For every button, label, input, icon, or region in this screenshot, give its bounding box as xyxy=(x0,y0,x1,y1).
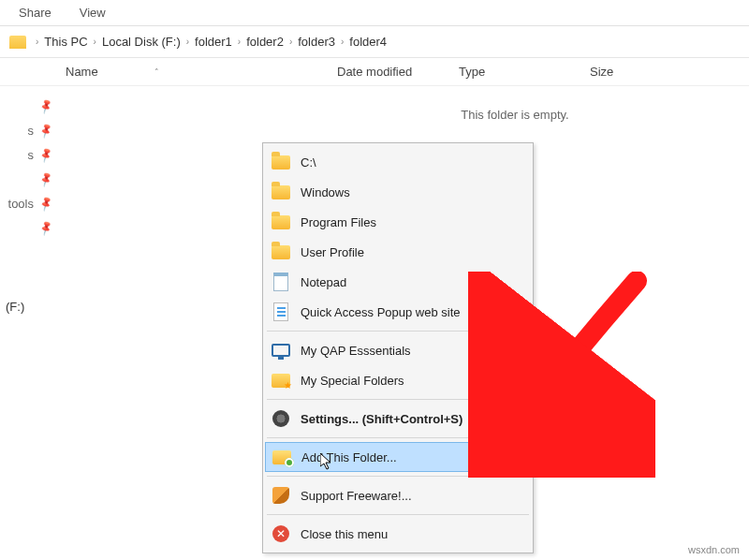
menu-separator xyxy=(267,399,529,400)
watermark: wsxdn.com xyxy=(684,543,743,556)
menu-support-freeware[interactable]: Support Freeware!... xyxy=(265,480,531,510)
pin-icon: 📌 xyxy=(37,195,55,212)
ribbon-share[interactable]: Share xyxy=(19,6,51,20)
chevron-right-icon[interactable]: › xyxy=(289,37,292,47)
chevron-right-icon[interactable]: › xyxy=(238,37,241,47)
quick-access-nav: 📌 s📌 s📌 📌 tools📌 📌 (F:) xyxy=(0,94,62,316)
breadcrumb-folder3[interactable]: folder3 xyxy=(298,35,335,49)
menu-user-profile[interactable]: User Profile xyxy=(265,237,531,267)
menu-add-this-folder[interactable]: Add This Folder... xyxy=(265,442,531,472)
menu-special-folders[interactable]: My Special Folders ▶ xyxy=(265,365,531,395)
menu-c-drive[interactable]: C:\ xyxy=(265,147,531,177)
pin-icon: 📌 xyxy=(37,170,55,187)
pin-icon: 📌 xyxy=(37,146,55,163)
breadcrumb-folder2[interactable]: folder2 xyxy=(246,35,284,49)
menu-program-files[interactable]: Program Files xyxy=(265,207,531,237)
empty-folder-label: This folder is empty. xyxy=(0,108,749,122)
menu-separator xyxy=(267,437,529,438)
folder-icon xyxy=(271,243,291,261)
menu-separator xyxy=(267,514,529,515)
chevron-right-icon[interactable]: › xyxy=(94,37,96,47)
breadcrumb-folder1[interactable]: folder1 xyxy=(195,35,232,49)
sort-caret-icon: ˄ xyxy=(154,67,159,77)
ribbon-view[interactable]: View xyxy=(80,6,106,20)
menu-qap-site[interactable]: Quick Access Popup web site xyxy=(265,297,531,327)
col-date[interactable]: Date modified xyxy=(337,65,459,79)
monitor-icon xyxy=(271,341,291,360)
gear-icon xyxy=(271,409,291,428)
chevron-right-icon: ▶ xyxy=(516,346,523,356)
ribbon-tabs: Share View xyxy=(0,0,749,26)
brush-icon xyxy=(271,486,291,505)
context-menu: C:\ Windows Program Files User Profile N… xyxy=(262,142,534,553)
folder-add-icon xyxy=(272,448,292,466)
chevron-right-icon: ▶ xyxy=(516,376,523,386)
nav-drive[interactable]: (F:) xyxy=(0,296,62,316)
breadcrumb-folder4[interactable]: folder4 xyxy=(349,35,387,49)
breadcrumb-this-pc[interactable]: This PC xyxy=(44,35,87,49)
pinned-item[interactable]: 📌 xyxy=(0,167,62,191)
menu-windows[interactable]: Windows xyxy=(265,177,531,207)
folder-icon xyxy=(271,153,291,171)
chevron-right-icon[interactable]: › xyxy=(341,37,344,47)
close-icon: ✕ xyxy=(271,524,291,543)
pinned-item[interactable]: 📌 xyxy=(0,215,62,240)
menu-close[interactable]: ✕ Close this menu xyxy=(265,519,531,549)
pin-icon: 📌 xyxy=(37,219,55,236)
folder-icon xyxy=(9,36,26,49)
menu-notepad[interactable]: Notepad xyxy=(265,267,531,297)
page-icon xyxy=(271,302,291,321)
column-headers: Name˄ Date modified Type Size xyxy=(0,58,749,86)
menu-separator xyxy=(267,476,529,477)
menu-separator xyxy=(267,331,529,332)
pinned-item[interactable]: s📌 xyxy=(0,142,62,167)
menu-settings[interactable]: Settings... (Shift+Control+S) xyxy=(265,404,531,434)
chevron-right-icon[interactable]: › xyxy=(36,37,38,47)
chevron-right-icon[interactable]: › xyxy=(186,37,189,47)
breadcrumb-drive[interactable]: Local Disk (F:) xyxy=(102,35,181,49)
col-size[interactable]: Size xyxy=(590,65,665,79)
folder-icon xyxy=(271,213,291,231)
menu-essentials[interactable]: My QAP Esssentials ▶ xyxy=(265,335,531,365)
folder-star-icon xyxy=(271,371,291,390)
col-type[interactable]: Type xyxy=(459,65,590,79)
col-name[interactable]: Name˄ xyxy=(66,65,337,79)
pin-icon: 📌 xyxy=(37,122,55,139)
address-bar[interactable]: › This PC › Local Disk (F:) › folder1 › … xyxy=(0,26,749,58)
pinned-item[interactable]: tools📌 xyxy=(0,191,62,215)
notepad-icon xyxy=(271,273,291,291)
folder-icon xyxy=(271,183,291,201)
